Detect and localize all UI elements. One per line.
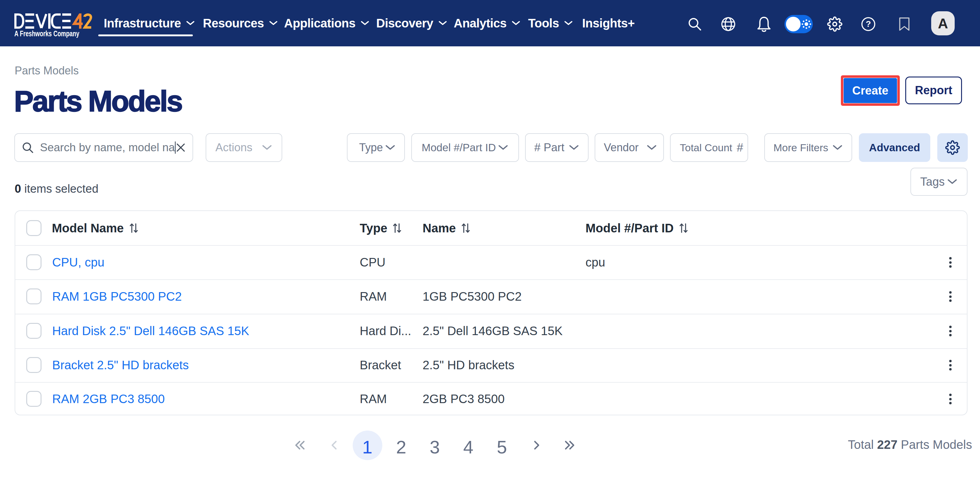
svg-text:?: ? <box>865 19 871 29</box>
svg-text:A Freshworks Company: A Freshworks Company <box>14 29 80 38</box>
